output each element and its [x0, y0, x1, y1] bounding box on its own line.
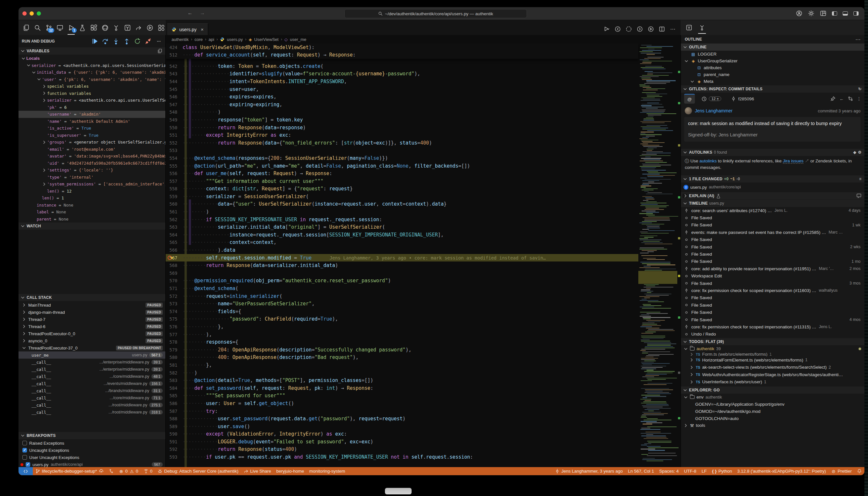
code-line[interactable]: 592············return Response(status=40…: [166, 446, 638, 453]
code-line[interactable]: 561········): [166, 208, 638, 216]
timeline-item[interactable]: core: search users' attributes (#12740) …: [681, 207, 865, 214]
variables-section-header[interactable]: VARIABLES: [18, 47, 165, 55]
code-line[interactable]: 562········if SESSION_KEY_IMPERSONATE_US…: [166, 216, 638, 223]
variable-row[interactable]: 'groups' = <generator object UserSelfSer…: [18, 139, 165, 146]
code-line[interactable]: 565················context=context,: [166, 239, 638, 247]
run-circle-icon[interactable]: [145, 23, 155, 32]
go-env-var-row[interactable]: GOMOD=~/dev/authentik/go.mod: [681, 408, 865, 415]
tree-chevron-icon[interactable]: [21, 56, 26, 61]
tree-chevron-icon[interactable]: [42, 91, 47, 95]
commit-overview-tab[interactable]: @: [684, 94, 695, 104]
play-dropdown-icon[interactable]: [604, 26, 610, 32]
tree-chevron-icon[interactable]: [690, 73, 695, 77]
file-history-tab[interactable]: 12 ±: [698, 94, 725, 104]
run-circle-icon[interactable]: [648, 26, 654, 32]
commit-author-link[interactable]: Jens Langhammer: [695, 108, 732, 113]
todos-root-row[interactable]: authentik39: [681, 345, 865, 352]
timeline-item[interactable]: File Saved4 mos: [681, 316, 865, 323]
variable-row[interactable]: 'avatar' = 'data:image/svg+xml;base64,PH…: [18, 153, 165, 160]
timeline-item[interactable]: File Saved: [681, 250, 865, 258]
variable-row[interactable]: special variables: [18, 83, 165, 90]
maximize-window-button[interactable]: [37, 11, 41, 16]
gear-icon[interactable]: ⚙: [858, 150, 862, 155]
status-item[interactable]: beryjuio-home: [274, 467, 307, 475]
code-line[interactable]: 546················expires=expires,: [166, 93, 638, 101]
step-into-icon[interactable]: [113, 38, 119, 45]
breadcrumb-item[interactable]: api: [208, 37, 214, 42]
code-line[interactable]: 575················"password": CharField…: [166, 315, 638, 323]
more-icon[interactable]: ⋯: [156, 38, 162, 45]
tree-chevron-icon[interactable]: [22, 339, 26, 343]
remote-indicator[interactable]: [18, 467, 33, 475]
breakpoint-checkbox[interactable]: [22, 448, 27, 452]
code-line[interactable]: 564················instance=request._req…: [166, 231, 638, 239]
stack-frame-row[interactable]: __call__.../root/middleware.py318:1: [18, 409, 165, 416]
history-back-icon[interactable]: ←: [187, 10, 192, 16]
variable-row[interactable]: Locals: [18, 55, 165, 62]
tree-chevron-icon[interactable]: [689, 365, 694, 370]
variable-row[interactable]: serializer = <authentik.core.api.users.S…: [18, 62, 165, 69]
jira-issues-link[interactable]: Jira issues: [783, 158, 804, 164]
restart-icon[interactable]: [134, 38, 141, 45]
timeline-item[interactable]: events: make sure password set event has…: [681, 229, 865, 236]
breadcrumb[interactable]: authentik›core›api›users.py›◈UserViewSet…: [166, 35, 681, 44]
tree-chevron-icon[interactable]: [42, 147, 47, 151]
outline-row[interactable]: ⊡parent_name: [681, 71, 865, 78]
step-back-icon[interactable]: [615, 26, 621, 32]
explain-ai-section-header[interactable]: EXPLAIN (AI): [681, 192, 865, 199]
tree-chevron-icon[interactable]: [22, 346, 26, 350]
outline-section-header[interactable]: OUTLINE: [681, 44, 865, 51]
breakpoint-checkbox[interactable]: [22, 455, 27, 460]
variable-row[interactable]: len() = 12: [18, 188, 165, 195]
tree-chevron-icon[interactable]: [683, 346, 688, 351]
variable-row[interactable]: 'system_permissions' = ['access_admin_in…: [18, 181, 165, 188]
status-item[interactable]: monitoring-system: [307, 467, 347, 475]
code-line[interactable]: 590········except (ValidationError, Inte…: [166, 430, 638, 438]
code-line[interactable]: 567········self.request.session.modified…: [166, 254, 638, 262]
timeline-item[interactable]: Workspace Edit: [681, 273, 865, 280]
code-line[interactable]: 549············response["token"] = token…: [166, 116, 638, 124]
watch-section-header[interactable]: WATCH: [18, 222, 165, 230]
todo-file-row[interactable]: TSWebAuthnAuthenticatorRegisterStage.ts …: [681, 371, 865, 378]
status-item[interactable]: [854, 467, 865, 475]
gear-icon[interactable]: [808, 10, 815, 17]
stack-frame-row[interactable]: __call__.../events/middleware.py156:1: [18, 380, 165, 387]
tree-chevron-icon[interactable]: [42, 140, 47, 144]
code-line[interactable]: 573············name="UserPasswordSetSeri…: [166, 300, 638, 308]
breadcrumb-item[interactable]: user_me: [290, 37, 306, 42]
code-line[interactable]: 566············).data: [166, 246, 638, 254]
status-item[interactable]: 0: [141, 467, 155, 475]
code-line[interactable]: 584····def set_password(self, request: R…: [166, 384, 638, 392]
outline-icon[interactable]: [699, 25, 705, 31]
code-line[interactable]: 560············data={"user": UserSelfSer…: [166, 200, 638, 208]
code-line[interactable]: 555····@action(url_path="me", url_name="…: [166, 162, 638, 170]
variable-row[interactable]: label = None: [18, 208, 165, 216]
code-line[interactable]: 557········"""Get information about curr…: [166, 177, 638, 185]
go-env-row[interactable]: envauthentik: [681, 394, 865, 401]
tree-chevron-icon[interactable]: [31, 203, 37, 207]
timeline-item[interactable]: File Saved: [681, 294, 865, 301]
code-line[interactable]: 593········if user.pk == request.user.pk…: [166, 453, 638, 461]
tree-chevron-icon[interactable]: [42, 182, 47, 186]
go-env-var-row[interactable]: GOTOOLCHAIN=auto: [681, 415, 865, 422]
go-tools-row[interactable]: ⚒tools: [681, 422, 865, 429]
status-item[interactable]: lifecycle/fix-debugger-setup*: [33, 467, 106, 475]
tree-chevron-icon[interactable]: [22, 317, 26, 322]
thread-row[interactable]: asyncio_0PAUSED: [18, 337, 165, 344]
commit-message[interactable]: core: mark session as modified instead o…: [684, 117, 861, 142]
status-item[interactable]: LF: [699, 467, 710, 475]
code-line[interactable]: 582····): [166, 369, 638, 377]
tree-chevron-icon[interactable]: [22, 331, 26, 336]
breakpoint-checkbox[interactable]: [26, 462, 30, 467]
breakpoint-row[interactable]: Uncaught Exceptions: [18, 447, 165, 454]
stack-frame-row[interactable]: user_meusers.py567:1: [18, 352, 165, 359]
timeline-item[interactable]: core: add ability to provide reason for …: [681, 265, 865, 272]
code-lines[interactable]: 542············token: Token = Token.obje…: [166, 62, 638, 461]
todos-section-header[interactable]: TODOS: FLAT (39): [681, 338, 865, 345]
code-line[interactable]: 578········responses={: [166, 338, 638, 346]
tree-chevron-icon[interactable]: [683, 423, 688, 428]
todo-file-row[interactable]: TSUserInterface.ts (web/src/user)1: [681, 378, 865, 386]
code-line[interactable]: 544················intent=TokenIntents.I…: [166, 78, 638, 86]
status-item[interactable]: [106, 467, 116, 475]
remote-explorer-icon[interactable]: [56, 23, 65, 32]
